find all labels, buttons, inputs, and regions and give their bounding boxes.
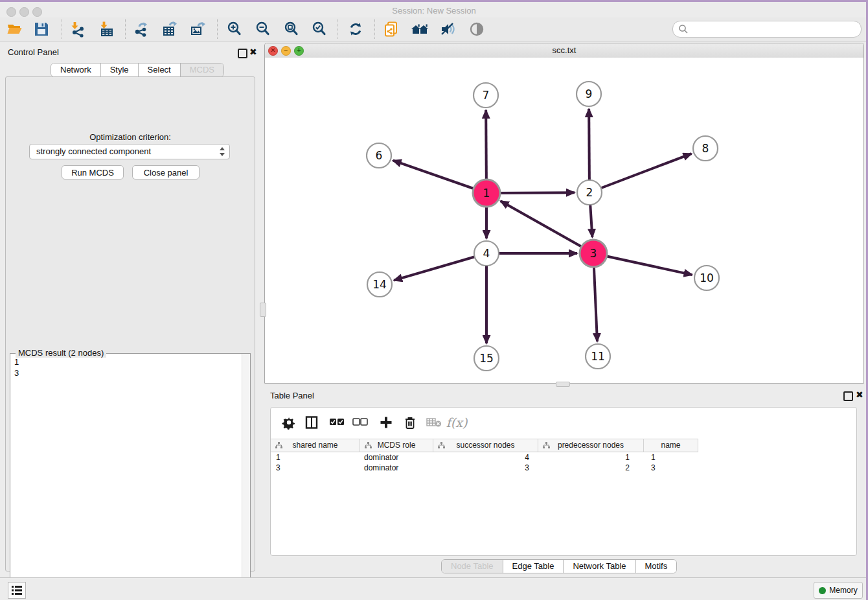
table-panel: Table Panel ✖ — [264, 387, 864, 576]
criterion-dropdown[interactable]: strongly connected component — [29, 144, 230, 159]
tab-network-table[interactable]: Network Table — [564, 560, 635, 573]
home-button[interactable] — [409, 19, 431, 40]
run-mcds-button[interactable]: Run MCDS — [62, 165, 124, 179]
tab-node-table[interactable]: Node Table — [442, 560, 503, 573]
memory-button[interactable]: Memory — [814, 582, 863, 599]
close-panel-icon[interactable]: ✖ — [249, 48, 257, 56]
graph-edge-4-14[interactable] — [394, 253, 486, 281]
control-panel: Control Panel ✖ Network Style Select MCD… — [5, 43, 255, 571]
splitter-grip-vertical[interactable] — [260, 303, 266, 317]
tab-network[interactable]: Network — [51, 63, 101, 76]
apply-layout-button[interactable] — [345, 19, 367, 40]
graph-edge-3-1[interactable] — [501, 201, 593, 253]
eye-icon — [468, 21, 486, 38]
cell-mcds-role[interactable]: dominator — [360, 463, 433, 473]
cell-predecessor-nodes[interactable]: 2 — [538, 463, 644, 473]
import-table-button[interactable] — [96, 19, 118, 40]
graph-edge-1-6[interactable] — [393, 161, 486, 193]
cell-shared-name[interactable]: 1 — [271, 452, 360, 463]
column-header-predecessor-nodes[interactable]: predecessor nodes — [538, 439, 644, 452]
graph-node-label: 15 — [479, 352, 494, 365]
cell-predecessor-nodes[interactable]: 1 — [538, 452, 644, 463]
zoom-fit-button[interactable] — [280, 19, 303, 40]
gear-icon — [282, 415, 296, 430]
close-panel-button[interactable]: Close panel — [132, 165, 200, 179]
float-table-panel-icon[interactable] — [843, 391, 853, 401]
import-network-icon — [69, 21, 86, 38]
graph-node-label: 7 — [483, 89, 490, 102]
splitter-grip-horizontal[interactable] — [556, 382, 570, 387]
tab-motifs[interactable]: Motifs — [636, 560, 677, 573]
delete-column-button[interactable] — [400, 413, 420, 432]
float-panel-icon[interactable] — [238, 49, 247, 58]
tab-style[interactable]: Style — [101, 63, 139, 76]
column-header-mcds-role[interactable]: MCDS role — [360, 439, 433, 452]
cell-successor-nodes[interactable]: 3 — [433, 463, 538, 473]
delete-table-button[interactable] — [424, 413, 444, 432]
mcds-result-title: MCDS result (2 nodes) — [16, 348, 106, 358]
graph-edge-3-10[interactable] — [593, 253, 692, 275]
cell-filler — [698, 452, 856, 463]
export-table-button[interactable] — [159, 19, 181, 40]
list-icon — [11, 585, 23, 595]
add-column-button[interactable] — [376, 413, 396, 432]
columns-icon — [305, 416, 318, 429]
import-network-button[interactable] — [67, 19, 89, 40]
graph-node-label: 8 — [702, 142, 709, 155]
zoom-in-button[interactable] — [223, 19, 246, 40]
search-input[interactable] — [691, 23, 856, 36]
graph-edge-2-8[interactable] — [589, 154, 691, 192]
table-row[interactable]: 1 dominator 4 1 1 — [271, 452, 856, 463]
zoom-in-icon — [226, 21, 243, 38]
save-session-button[interactable] — [30, 19, 52, 40]
result-scrollbar[interactable] — [242, 354, 250, 600]
hide-details-button[interactable] — [437, 19, 459, 40]
tab-edge-table[interactable]: Edge Table — [503, 560, 564, 573]
toolbar-separator — [125, 19, 126, 39]
zoom-out-button[interactable] — [252, 19, 274, 40]
cell-shared-name[interactable]: 3 — [271, 463, 360, 473]
network-window-titlebar[interactable]: ✕ − + scc.txt — [265, 43, 863, 58]
close-table-panel-icon[interactable]: ✖ — [856, 391, 863, 399]
save-icon — [33, 21, 50, 38]
graph-node-label: 11 — [591, 350, 605, 363]
table-tabs: Node Table Edge Table Network Table Moti… — [441, 559, 677, 573]
select-all-rows-button[interactable] — [327, 413, 347, 432]
graph-node-label: 3 — [590, 247, 597, 260]
column-header-name[interactable]: name — [644, 439, 698, 452]
show-columns-button[interactable] — [302, 413, 321, 432]
refresh-icon — [347, 21, 364, 38]
trash-icon — [404, 416, 416, 430]
clone-network-button[interactable] — [380, 19, 402, 40]
table-row[interactable]: 3 dominator 3 2 3 — [271, 463, 856, 473]
deselect-all-rows-button[interactable] — [350, 413, 370, 432]
clone-network-icon — [383, 21, 400, 38]
column-header-shared-name[interactable]: shared name — [271, 439, 360, 452]
graph-node-label: 10 — [700, 271, 714, 284]
open-session-button[interactable] — [4, 19, 26, 40]
cell-successor-nodes[interactable]: 4 — [433, 452, 538, 463]
zoom-selected-button[interactable] — [308, 19, 330, 40]
tab-select[interactable]: Select — [139, 63, 181, 76]
column-type-icon — [543, 442, 550, 449]
network-graph[interactable]: 7968124314101511 — [265, 58, 863, 383]
tab-mcds[interactable]: MCDS — [181, 63, 223, 76]
search-field[interactable] — [672, 21, 862, 38]
export-network-icon — [133, 21, 150, 38]
cell-name[interactable]: 3 — [644, 463, 698, 473]
export-image-button[interactable] — [187, 19, 209, 40]
cell-name[interactable]: 1 — [644, 452, 698, 463]
cell-filler — [698, 463, 856, 473]
column-type-icon — [438, 442, 445, 449]
graph-node-label: 1 — [483, 187, 490, 200]
function-builder-button[interactable]: f(x) — [447, 413, 466, 432]
cell-mcds-role[interactable]: dominator — [360, 452, 433, 463]
task-history-button[interactable] — [8, 582, 26, 599]
delete-table-icon — [426, 417, 442, 428]
table-header-row: shared name MCDS role successor nodes pr… — [271, 439, 856, 452]
column-header-successor-nodes[interactable]: successor nodes — [433, 439, 538, 452]
table-settings-button[interactable] — [279, 413, 299, 432]
bird-eye-view-button[interactable] — [466, 19, 488, 40]
network-canvas[interactable]: 7968124314101511 — [265, 58, 863, 383]
export-network-button[interactable] — [130, 19, 152, 40]
